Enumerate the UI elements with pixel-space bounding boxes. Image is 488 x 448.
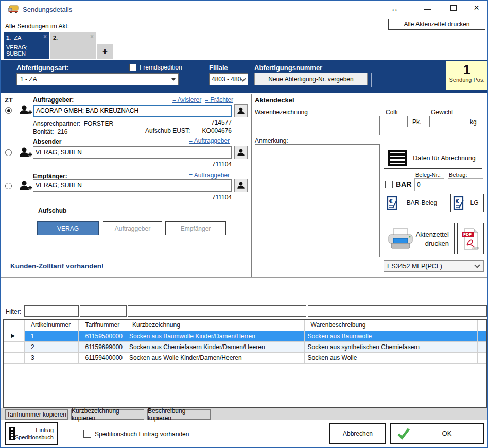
panel-bottom-border (1, 277, 487, 278)
anmerkung-label: Anmerkung: (255, 137, 288, 144)
filter-kurzbezeichnung-input[interactable] (128, 305, 306, 317)
tab-shipment-1[interactable]: 1. ZA VERAG; SUBEN × (4, 32, 49, 59)
bar-divider (371, 73, 372, 87)
filter-artikelnummer-input[interactable] (24, 305, 79, 317)
resize-icon[interactable]: ↔ (391, 4, 398, 13)
pdf-icon: PDF Adobe (462, 228, 479, 250)
person-add-icon[interactable] (19, 179, 32, 193)
bar-checkbox[interactable] (385, 181, 393, 188)
neue-abfertigungsnummer-button[interactable]: Neue Abfertigung-Nr. vergeben (254, 73, 368, 85)
fraechter-link[interactable]: = Frächter (205, 96, 233, 104)
zt-label: ZT (5, 96, 13, 104)
aufschub-legend: Aufschub (37, 207, 68, 214)
speditionsbuch-checkbox[interactable] (83, 430, 91, 438)
aktenzettel-drucken-button[interactable]: Aktenzetteldrucken (384, 223, 455, 254)
svg-text:€: € (456, 198, 459, 205)
empfaenger-number: 711104 (33, 194, 232, 201)
person-icon (236, 148, 246, 157)
row-pointer-icon: ▶ (4, 331, 25, 341)
empfaenger-auftraggeber-link[interactable]: = Auftraggeber (189, 171, 230, 179)
col-header-warenbeschreibung[interactable]: Warenbeschreibung (305, 320, 478, 331)
absender-auftraggeber-link[interactable]: = Auftraggeber (189, 137, 230, 144)
gewicht-label: Gewicht (431, 109, 453, 116)
tab2-close-icon[interactable]: × (90, 33, 94, 40)
betrag-input[interactable] (448, 178, 483, 191)
gewicht-input[interactable] (429, 116, 466, 127)
euro-receipt-icon: € (453, 196, 465, 210)
auftraggeber-label: Auftraggeber: (33, 96, 74, 104)
speditionsbuch-checkbox-label: Speditionsbuch Eintrag vorhanden (95, 430, 189, 438)
absender-input[interactable] (33, 146, 232, 159)
print-all-aktenzettel-button[interactable]: Alle Aktenzettel drucken (388, 19, 485, 30)
aktendeckel-title: Aktendeckel (255, 96, 294, 104)
col-header-artikelnummer[interactable]: Artikelnummer (25, 320, 79, 331)
articles-table: Artikelnummer Tarifnummer Kurzbezeichnun… (3, 319, 487, 408)
add-shipment-tab-button[interactable]: + (97, 44, 113, 59)
bar-beleg-button[interactable]: € BAR-Beleg (384, 194, 445, 212)
col-header-tarifnummer[interactable]: Tarifnummer (79, 320, 126, 331)
empfaenger-radio[interactable] (5, 183, 12, 189)
col-header-kurzbezeichnung[interactable]: Kurzbezeichnung (126, 320, 304, 331)
empfaenger-contact-button[interactable] (234, 179, 248, 192)
warenbezeichnung-textarea[interactable] (255, 116, 380, 135)
colli-input[interactable] (385, 116, 408, 127)
filter-tarifnummer-input[interactable] (80, 305, 127, 317)
copy-beschreibung-button[interactable]: Beschreibung kopieren (147, 409, 211, 420)
minimize-button[interactable] (424, 9, 431, 10)
copy-kurzbezeichnung-button[interactable]: Kurzbezeichnung kopieren (71, 409, 144, 420)
truck-icon (8, 5, 19, 14)
eintrag-speditionsbuch-button[interactable]: EintragSpeditionsbuch (5, 422, 58, 445)
abfertigungsart-select[interactable]: 1 - ZA (16, 73, 179, 85)
lg-button[interactable]: € LG (450, 194, 484, 212)
absender-contact-button[interactable] (234, 146, 248, 159)
pdf-button[interactable]: PDF Adobe (457, 223, 484, 254)
tab1-line2: SUBEN (6, 50, 46, 57)
sendungsdetails-window: Sendungsdetails ↔ × Alle Aktenzettel dru… (0, 0, 488, 448)
aufschub-empfaenger-button[interactable]: Empfänger (165, 221, 226, 235)
auftraggeber-input[interactable] (33, 105, 232, 117)
close-button[interactable]: × (474, 3, 479, 12)
empfaenger-label: Empfänger: (33, 173, 67, 180)
aufschub-verag-button[interactable]: VERAG (37, 221, 99, 235)
maximize-button[interactable] (450, 5, 457, 11)
daten-fuer-abrechnung-button[interactable]: Daten für Abrechnung (384, 147, 482, 169)
tab-shipment-2[interactable]: 2. × (50, 32, 96, 59)
dropdown-arrow-icon (171, 78, 176, 81)
speditionsbuch-button-label: EintragSpeditionsbuch (15, 426, 57, 441)
colli-label: Colli (386, 109, 397, 116)
person-add-icon[interactable] (19, 146, 32, 159)
person-add-icon[interactable] (19, 104, 32, 117)
absender-radio[interactable] (5, 149, 12, 156)
filter-warenbeschreibung-input[interactable] (308, 305, 487, 317)
avisierer-link[interactable]: = Avisierer (172, 96, 201, 104)
sendung-pos-label: Sendung Pos. (446, 77, 487, 83)
anmerkung-textarea[interactable] (255, 144, 380, 257)
beleg-nr-label: Beleg-Nr.: (415, 171, 441, 178)
tab1-close-icon[interactable]: × (43, 33, 47, 40)
auftraggeber-contact-button[interactable] (234, 104, 248, 117)
tab1-type: ZA (14, 35, 21, 41)
printer-select[interactable]: ES3452 MFP(PCL) (384, 260, 484, 272)
copy-buttons-strip: Tarifnummer kopieren Kurzbezeichnung kop… (1, 408, 487, 420)
window-title: Sendungsdetails (23, 6, 72, 13)
table-row[interactable]: 2 61159699000 Socken aus Chemiefasern Ki… (4, 342, 486, 353)
fremdspedition-checkbox[interactable] (129, 64, 136, 71)
beleg-nr-input[interactable] (414, 178, 444, 191)
aufschub-auftraggeber-button[interactable]: Auftraggeber (103, 221, 162, 235)
table-header-row: Artikelnummer Tarifnummer Kurzbezeichnun… (4, 320, 486, 331)
copy-tarifnummer-button[interactable]: Tarifnummer kopieren (5, 409, 68, 420)
auftraggeber-radio[interactable] (5, 107, 12, 114)
person-icon (236, 106, 246, 115)
abbrechen-button[interactable]: Abbrechen (329, 423, 386, 444)
table-row[interactable]: ▶ 1 61159500000 Socken aus Baumwolle Kin… (4, 331, 486, 342)
shipments-in-file-label: Alle Sendungen im Akt: (5, 23, 69, 30)
table-row[interactable]: 3 61159400000 Socken aus Wolle Kinder/Da… (4, 353, 486, 364)
sendung-pos-badge: 1 Sendung Pos. (446, 61, 488, 90)
ok-button[interactable]: OK (390, 423, 484, 444)
panel-divider (251, 94, 252, 277)
filiale-value: 4803 - 480 (210, 76, 241, 83)
empfaenger-input[interactable] (33, 179, 232, 192)
tab1-line1: VERAG; (6, 44, 46, 50)
dispatch-bar: Abfertigungsart: 1 - ZA Fremdspedition F… (1, 60, 487, 93)
filiale-select[interactable]: 4803 - 480 (209, 73, 248, 85)
